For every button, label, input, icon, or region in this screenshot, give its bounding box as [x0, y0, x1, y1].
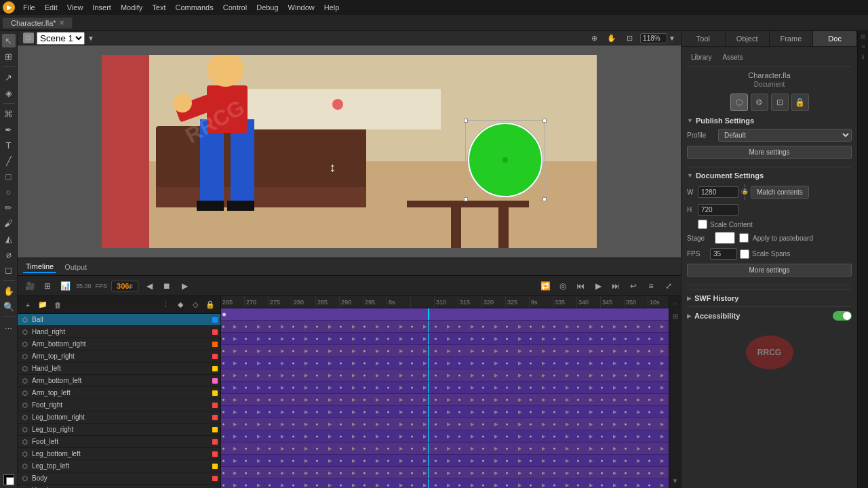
accessibility-toggle[interactable] — [833, 311, 852, 321]
scene-dropdown-icon[interactable]: ▼ — [87, 35, 94, 42]
more-settings-btn-publish[interactable]: More settings — [687, 146, 852, 159]
tab-frame[interactable]: Frame — [770, 31, 814, 46]
more-settings-btn-doc[interactable]: More settings — [687, 264, 852, 277]
free-transform-tool[interactable]: ⊞ — [2, 49, 16, 63]
prev-frame-icon[interactable]: ◀ — [142, 279, 156, 293]
side-info-icon[interactable]: ℹ — [860, 54, 867, 60]
frames-row-10[interactable]: ▶▶▶▶▶▶▶▶▶▶▶▶▶▶▶▶▶▶▶▶ — [221, 430, 669, 443]
add-folder-icon[interactable]: 📁 — [37, 299, 49, 311]
frames-row-1[interactable]: ▶▶▶▶▶▶▶▶▶▶▶▶▶▶▶▶▶▶▶▶ — [221, 321, 669, 333]
tab-doc[interactable]: Doc — [813, 31, 857, 46]
layer-arm-top-left[interactable]: ⬡ Arm_top_left — [18, 387, 220, 399]
apply-pasteboard-checkbox[interactable] — [739, 233, 749, 243]
pencil-tool[interactable]: ✏ — [2, 201, 16, 214]
paint-bucket-tool[interactable]: ◭ — [2, 232, 16, 245]
undo-icon[interactable]: ↩ — [627, 279, 640, 293]
rewind-icon[interactable]: ⏮ — [574, 279, 587, 293]
add-layer-icon[interactable]: + — [22, 299, 34, 311]
settings-icon[interactable]: ≡ — [644, 279, 658, 293]
frames-row-5[interactable]: ▶▶▶▶▶▶▶▶▶▶▶▶▶▶▶▶▶▶▶▶ — [221, 369, 669, 382]
layers-icon[interactable]: ⊞ — [41, 279, 54, 293]
forward-icon[interactable]: ⏭ — [609, 279, 623, 293]
scene-select[interactable]: Scene 1 — [37, 32, 85, 45]
layer-leg-top-left[interactable]: ⬡ Leg_top_left — [18, 460, 220, 472]
layer-foot-left[interactable]: ⬡ Foot_left — [18, 436, 220, 448]
document-settings-section[interactable]: ▼ Document Settings — [687, 171, 852, 180]
layer-hand-right[interactable]: ⬡ Hand_right — [18, 326, 220, 338]
transform-tool-icon[interactable]: ⊕ — [587, 31, 601, 45]
layer-arm-top-right[interactable]: ⬡ Arm_top_right — [18, 350, 220, 363]
layer-head[interactable]: ⬡ Head — [18, 485, 220, 488]
rect-tool[interactable]: □ — [2, 169, 16, 183]
tab-timeline[interactable]: Timeline — [23, 261, 56, 273]
frames-row-14[interactable]: ▶▶▶▶▶▶▶▶▶▶▶▶▶▶▶▶▶▶▶▶ — [221, 479, 669, 488]
frames-row-2[interactable]: ▶▶▶▶▶▶▶▶▶▶▶▶▶▶▶▶▶▶▶▶ — [221, 333, 669, 345]
select-tool[interactable]: ↖ — [2, 34, 16, 47]
expand-panel-icon[interactable]: ⊞ — [671, 311, 680, 321]
layer-options-icon[interactable]: ⋮ — [159, 299, 172, 311]
gradient-tool[interactable]: ◈ — [2, 86, 16, 100]
stroke-color[interactable] — [3, 474, 14, 485]
menu-view[interactable]: View — [63, 2, 87, 13]
menu-commands[interactable]: Commands — [171, 2, 217, 13]
scale-content-checkbox[interactable] — [698, 220, 707, 229]
menu-edit[interactable]: Edit — [41, 2, 62, 13]
frames-row-13[interactable]: ▶▶▶▶▶▶▶▶▶▶▶▶▶▶▶▶▶▶▶▶ — [221, 467, 669, 479]
accessibility-section[interactable]: ▶ Accessibility — [687, 306, 852, 325]
minimize-icon[interactable]: − — [671, 299, 680, 308]
camera-icon[interactable]: 🎥 — [23, 279, 37, 293]
props-frame-icon[interactable]: ⊡ — [771, 94, 789, 111]
graph-icon[interactable]: 📊 — [58, 279, 72, 293]
side-properties-icon[interactable]: ⊞ — [860, 34, 867, 39]
close-tab-icon[interactable]: ✕ — [59, 19, 64, 26]
frames-row-11[interactable]: ▶▶▶▶▶▶▶▶▶▶▶▶▶▶▶▶▶▶▶▶ — [221, 443, 669, 455]
swf-history-section[interactable]: ▶ SWF History — [687, 289, 852, 306]
layer-body[interactable]: ⬡ Body — [18, 472, 220, 485]
tab-output[interactable]: Output — [62, 262, 90, 272]
layer-hand-left[interactable]: ⬡ Hand_left — [18, 363, 220, 375]
menu-modify[interactable]: Modify — [117, 2, 146, 13]
pen-tool[interactable]: ✒ — [2, 123, 16, 136]
zoom-input[interactable] — [640, 33, 667, 43]
subselect-tool[interactable]: ↗ — [2, 70, 16, 84]
menu-debug[interactable]: Debug — [252, 2, 282, 13]
menu-text[interactable]: Text — [148, 2, 170, 13]
next-frame-icon[interactable]: ▶ — [178, 279, 191, 293]
brush-tool[interactable]: 🖌 — [2, 216, 16, 230]
text-tool[interactable]: T — [2, 138, 16, 152]
delete-layer-icon[interactable]: 🗑 — [52, 299, 64, 311]
zoom-tool[interactable]: 🔍 — [2, 300, 16, 313]
stop-icon[interactable]: ⏹ — [160, 279, 174, 293]
keyframe-icon[interactable]: ◆ — [174, 299, 186, 311]
match-contents-btn[interactable]: Match contents — [751, 186, 809, 199]
green-ball[interactable] — [468, 123, 542, 197]
menu-window[interactable]: Window — [284, 2, 319, 13]
tab-tool[interactable]: Tool — [682, 31, 726, 46]
tab-object[interactable]: Object — [726, 31, 770, 46]
eraser-tool[interactable]: ◻ — [2, 263, 16, 277]
menu-insert[interactable]: Insert — [88, 2, 115, 13]
lasso-tool[interactable]: ⌘ — [2, 107, 16, 121]
frames-row-12[interactable]: ▶▶▶▶▶▶▶▶▶▶▶▶▶▶▶▶▶▶▶▶ — [221, 455, 669, 467]
layer-ball[interactable]: ⬡ Ball — [18, 314, 220, 326]
line-tool[interactable]: ╱ — [2, 154, 16, 167]
scale-spans-checkbox[interactable] — [740, 249, 749, 259]
more-tools[interactable]: ··· — [2, 321, 16, 334]
collapse-icon[interactable]: ▼ — [671, 476, 680, 485]
layer-arm-bottom-left[interactable]: ⬡ Arm_bottom_left — [18, 375, 220, 387]
frames-row-3[interactable]: ▶▶▶▶▶▶▶▶▶▶▶▶▶▶▶▶▶▶▶▶ — [221, 345, 669, 357]
ellipse-tool[interactable]: ○ — [2, 185, 16, 199]
blank-frame-icon[interactable]: ◇ — [189, 299, 201, 311]
props-link-icon[interactable]: ⬡ — [730, 94, 748, 111]
lock-layers-icon[interactable]: 🔒 — [204, 299, 216, 311]
eyedropper-tool[interactable]: ⌀ — [2, 247, 16, 261]
frames-row-4[interactable]: ▶▶▶▶▶▶▶▶▶▶▶▶▶▶▶▶▶▶▶▶ — [221, 357, 669, 369]
menu-help[interactable]: Help — [320, 2, 344, 13]
frames-row-8[interactable]: ▶▶▶▶▶▶▶▶▶▶▶▶▶▶▶▶▶▶▶▶ — [221, 406, 669, 418]
file-tab-character[interactable]: Character.fla* ✕ — [3, 18, 73, 28]
canvas-stage[interactable]: ↕ RRCG — [18, 45, 681, 258]
layer-foot-right[interactable]: ⬡ Foot_right — [18, 399, 220, 411]
layer-leg-bottom-right[interactable]: ⬡ Leg_bottom_right — [18, 411, 220, 424]
stage-color-picker[interactable] — [715, 232, 735, 244]
menu-control[interactable]: Control — [219, 2, 251, 13]
